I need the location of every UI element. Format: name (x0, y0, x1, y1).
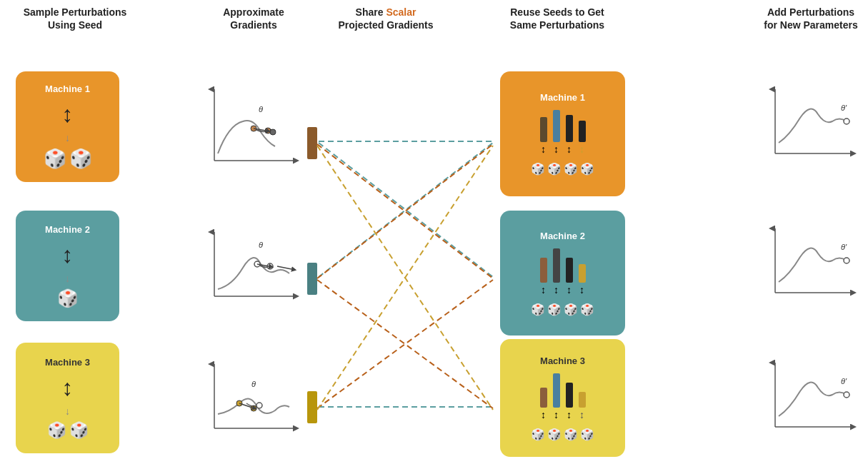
machine1-left-dice: 🎲 🎲 (44, 148, 92, 170)
svg-point-24 (844, 118, 849, 124)
svg-point-17 (236, 400, 242, 406)
machine2-left-arrow-down: ↓ (65, 273, 70, 284)
machine2-right-label: Machine 2 (540, 231, 585, 241)
svg-point-28 (844, 258, 849, 263)
machine1-right-box: Machine 1 ↕ ↕ ↕ ↕ 🎲 🎲 🎲 🎲 (500, 71, 625, 196)
machine3-left-dice: 🎲 🎲 (47, 421, 89, 440)
svg-line-41 (317, 144, 493, 278)
machine2-left-box: Machine 2 ↕ ↓ 🎲 (16, 211, 119, 321)
svg-line-6 (254, 128, 266, 131)
svg-text:θ': θ' (841, 377, 847, 385)
machine3-right-dice: 🎲 🎲 🎲 🎲 (531, 428, 594, 441)
machine3-left-arrow-down: ↓ (65, 405, 70, 417)
svg-line-40 (317, 144, 493, 278)
machine2-right-bars: ↕ ↕ ↕ ↕ (540, 248, 586, 296)
svg-line-42 (317, 280, 493, 408)
svg-line-12 (257, 264, 269, 266)
svg-point-5 (270, 129, 276, 135)
machine3-left-label: Machine 3 (45, 357, 90, 368)
machine2-left-arrows: ↕ (62, 242, 74, 268)
machine1-right-bars: ↕ ↕ ↕ ↕ (540, 110, 586, 155)
svg-rect-34 (307, 263, 317, 295)
svg-line-20 (239, 403, 252, 408)
svg-point-11 (267, 263, 273, 269)
machine3-right-label: Machine 3 (540, 355, 585, 366)
svg-point-19 (256, 403, 262, 408)
svg-point-10 (254, 261, 260, 267)
machine3-left-box: Machine 3 ↕ ↓ 🎲 🎲 (16, 343, 119, 453)
svg-line-37 (319, 143, 493, 277)
machine1-right-label: Machine 1 (540, 92, 585, 103)
machine1-left-box: Machine 1 ↕ ↓ 🎲 🎲 (16, 71, 119, 182)
machine3-right-bars: ↕ ↕ ↕ ↕ (540, 373, 586, 420)
col1-header: Sample Perturbations Using Seed (21, 6, 129, 31)
col3-header: Share Scalar Projected Gradients (325, 6, 447, 31)
diagram-svg: θ θ θ (0, 0, 868, 464)
svg-rect-33 (307, 127, 317, 159)
svg-text:θ: θ (251, 380, 256, 388)
svg-rect-35 (307, 391, 317, 423)
svg-point-32 (844, 392, 849, 398)
svg-text:θ: θ (259, 105, 263, 114)
machine1-right-dice: 🎲 🎲 🎲 🎲 (531, 162, 594, 176)
col2-header: ApproximateGradients (207, 6, 300, 31)
svg-line-13 (277, 266, 291, 269)
col5-header: Add Perturbationsfor New Parameters (757, 6, 864, 31)
svg-point-4 (265, 128, 271, 133)
svg-line-38 (319, 143, 493, 277)
svg-point-18 (251, 405, 256, 411)
svg-text:θ': θ' (841, 243, 847, 251)
svg-line-45 (317, 146, 493, 410)
machine2-left-dice: 🎲 (57, 288, 79, 308)
machine3-left-arrows: ↕ (62, 375, 74, 401)
col4-header: Reuse Seeds to GetSame Perturbations (500, 6, 614, 31)
machine2-right-dice: 🎲 🎲 🎲 🎲 (531, 303, 594, 316)
svg-text:θ': θ' (841, 104, 847, 112)
machine1-left-label: Machine 1 (45, 84, 90, 94)
machine1-left-arrows: ↕ (62, 101, 74, 128)
machine2-left-label: Machine 2 (45, 224, 90, 235)
machine2-right-box: Machine 2 ↕ ↕ ↕ ↕ 🎲 🎲 🎲 🎲 (500, 211, 625, 336)
svg-line-43 (317, 280, 493, 408)
diagram: θ θ θ (0, 0, 868, 464)
machine3-right-box: Machine 3 ↕ ↕ ↕ ↕ 🎲 🎲 🎲 🎲 (500, 339, 625, 457)
svg-point-3 (251, 126, 256, 131)
svg-text:θ: θ (259, 241, 263, 249)
machine1-left-arrow-down: ↓ (65, 132, 70, 143)
svg-line-44 (317, 146, 493, 410)
